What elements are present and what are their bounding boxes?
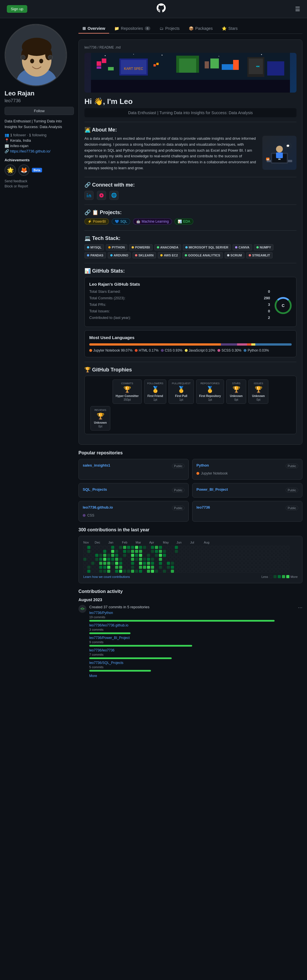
contrib-day[interactable] bbox=[214, 546, 218, 549]
contrib-day[interactable] bbox=[187, 570, 190, 573]
contrib-day[interactable] bbox=[103, 570, 106, 573]
contrib-day[interactable] bbox=[167, 570, 170, 573]
contrib-day[interactable] bbox=[107, 558, 110, 561]
contrib-day[interactable] bbox=[143, 562, 146, 565]
contrib-day[interactable] bbox=[151, 546, 154, 549]
contrib-day[interactable] bbox=[123, 562, 126, 565]
contrib-day[interactable] bbox=[127, 554, 130, 557]
project-tag-sql[interactable]: 💙 SQL bbox=[112, 218, 130, 224]
contrib-day[interactable] bbox=[127, 562, 130, 565]
contrib-day[interactable] bbox=[207, 562, 210, 565]
contrib-day[interactable] bbox=[163, 562, 166, 565]
contrib-day[interactable] bbox=[107, 554, 110, 557]
contrib-day[interactable] bbox=[135, 550, 138, 553]
contrib-day[interactable] bbox=[230, 566, 233, 569]
contrib-day[interactable] bbox=[238, 558, 241, 561]
repo-name-github-io[interactable]: leo7736.github.io bbox=[83, 505, 113, 509]
contrib-day[interactable] bbox=[250, 570, 254, 573]
contrib-day[interactable] bbox=[155, 566, 158, 569]
contrib-day[interactable] bbox=[187, 550, 190, 553]
project-tag-eda[interactable]: 📊 EDA bbox=[174, 218, 193, 224]
contrib-day[interactable] bbox=[83, 546, 86, 549]
contrib-day[interactable] bbox=[143, 550, 146, 553]
contrib-day[interactable] bbox=[183, 550, 186, 553]
contrib-day[interactable] bbox=[103, 554, 106, 557]
contrib-day[interactable] bbox=[235, 546, 238, 549]
contrib-day[interactable] bbox=[214, 550, 218, 553]
contrib-day[interactable] bbox=[274, 546, 277, 549]
contrib-day[interactable] bbox=[270, 546, 273, 549]
contrib-day[interactable] bbox=[258, 566, 262, 569]
contrib-day[interactable] bbox=[83, 562, 86, 565]
contrib-day[interactable] bbox=[147, 554, 150, 557]
contrib-day[interactable] bbox=[282, 566, 285, 569]
contrib-day[interactable] bbox=[95, 562, 98, 565]
contrib-day[interactable] bbox=[95, 554, 98, 557]
contrib-day[interactable] bbox=[175, 570, 178, 573]
contrib-day[interactable] bbox=[246, 550, 249, 553]
activity-repo-name-1[interactable]: leo7736/leo7736.github.io bbox=[89, 623, 295, 627]
contrib-day[interactable] bbox=[183, 558, 186, 561]
contrib-day[interactable] bbox=[95, 546, 98, 549]
contrib-day[interactable] bbox=[171, 546, 174, 549]
contrib-day[interactable] bbox=[175, 566, 178, 569]
contrib-day[interactable] bbox=[131, 554, 134, 557]
contrib-day[interactable] bbox=[195, 554, 198, 557]
contrib-day[interactable] bbox=[207, 570, 210, 573]
contrib-day[interactable] bbox=[211, 566, 214, 569]
contrib-day[interactable] bbox=[135, 570, 138, 573]
contrib-day[interactable] bbox=[286, 562, 289, 565]
contrib-day[interactable] bbox=[163, 550, 166, 553]
contrib-day[interactable] bbox=[151, 554, 154, 557]
repo-name-python[interactable]: Python bbox=[197, 463, 209, 468]
contrib-day[interactable] bbox=[203, 570, 206, 573]
contrib-day[interactable] bbox=[274, 554, 277, 557]
contrib-day[interactable] bbox=[159, 570, 162, 573]
contrib-day[interactable] bbox=[250, 562, 254, 565]
contrib-day[interactable] bbox=[219, 554, 222, 557]
contrib-day[interactable] bbox=[270, 562, 273, 565]
contrib-day[interactable] bbox=[151, 550, 154, 553]
contrib-day[interactable] bbox=[246, 562, 249, 565]
contrib-day[interactable] bbox=[127, 566, 130, 569]
contrib-day[interactable] bbox=[227, 546, 230, 549]
contrib-day[interactable] bbox=[243, 570, 246, 573]
contrib-day[interactable] bbox=[99, 570, 102, 573]
contrib-day[interactable] bbox=[115, 566, 118, 569]
contrib-day[interactable] bbox=[246, 566, 249, 569]
contrib-day[interactable] bbox=[286, 554, 289, 557]
contrib-day[interactable] bbox=[203, 566, 206, 569]
contrib-day[interactable] bbox=[246, 546, 249, 549]
profile-followers[interactable]: 👥 1 follower · 1 following bbox=[5, 133, 74, 137]
contrib-day[interactable] bbox=[107, 550, 110, 553]
contrib-day[interactable] bbox=[103, 566, 106, 569]
contrib-day[interactable] bbox=[258, 570, 262, 573]
contrib-day[interactable] bbox=[127, 550, 130, 553]
contrib-day[interactable] bbox=[139, 562, 142, 565]
contrib-day[interactable] bbox=[155, 554, 158, 557]
contrib-day[interactable] bbox=[167, 566, 170, 569]
contrib-day[interactable] bbox=[227, 554, 230, 557]
contrib-day[interactable] bbox=[254, 554, 257, 557]
contrib-day[interactable] bbox=[99, 566, 102, 569]
contrib-day[interactable] bbox=[123, 566, 126, 569]
contrib-day[interactable] bbox=[155, 558, 158, 561]
contrib-day[interactable] bbox=[91, 570, 94, 573]
contrib-day[interactable] bbox=[147, 558, 150, 561]
contrib-day[interactable] bbox=[195, 550, 198, 553]
contrib-day[interactable] bbox=[107, 566, 110, 569]
contrib-day[interactable] bbox=[207, 546, 210, 549]
contrib-day[interactable] bbox=[159, 554, 162, 557]
activity-kebab-menu[interactable]: ⋯ bbox=[298, 605, 302, 610]
contrib-day[interactable] bbox=[286, 546, 289, 549]
contrib-day[interactable] bbox=[250, 566, 254, 569]
contrib-day[interactable] bbox=[147, 562, 150, 565]
activity-repo-name-0[interactable]: leo7736/Python bbox=[89, 611, 295, 615]
contrib-day[interactable] bbox=[199, 566, 202, 569]
contrib-day[interactable] bbox=[159, 562, 162, 565]
repo-name-powerbi[interactable]: Power_BI_Project bbox=[197, 487, 228, 492]
contrib-day[interactable] bbox=[199, 554, 202, 557]
contrib-day[interactable] bbox=[127, 546, 130, 549]
contrib-day[interactable] bbox=[123, 558, 126, 561]
contrib-day[interactable] bbox=[214, 554, 218, 557]
